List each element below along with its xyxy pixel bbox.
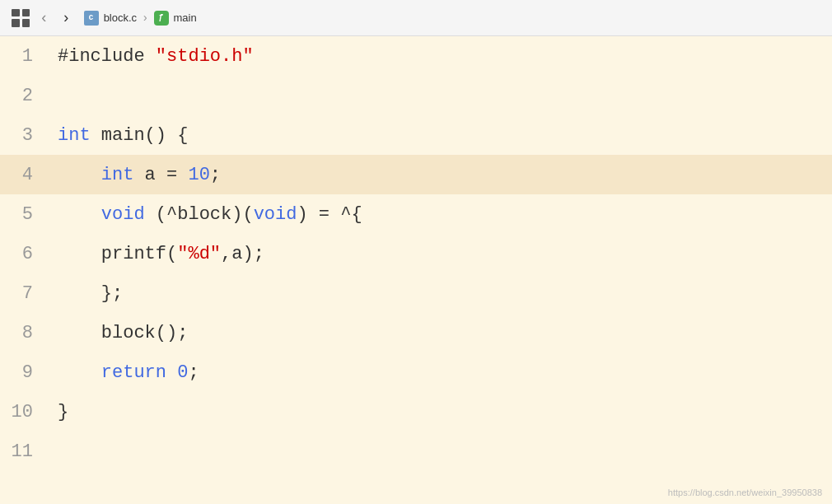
code-line: } [49,392,832,432]
func-icon: ƒ [154,11,169,26]
table-row: 7 }; [0,273,832,313]
line-number: 4 [0,155,49,194]
table-row: 4 int a = 10; [0,155,832,194]
code-line: block(); [49,313,832,352]
code-line: int main() { [49,115,832,155]
line-number: 9 [0,352,49,392]
code-line: int a = 10; [49,155,832,194]
table-row: 8 block(); [0,313,832,352]
table-row: 2 [0,76,832,115]
table-row: 6 printf("%d",a); [0,234,832,273]
breadcrumb-sep: › [142,12,148,25]
grid-icon[interactable] [12,9,30,27]
code-area: 1#include "stdio.h"2 3int main() {4 int … [0,36,832,504]
line-number: 11 [0,432,49,471]
breadcrumb: c block.c › ƒ main [84,11,197,26]
code-line: void (^block)(void) = ^{ [49,194,832,234]
code-table: 1#include "stdio.h"2 3int main() {4 int … [0,36,832,471]
line-number: 8 [0,313,49,352]
code-line: return 0; [49,352,832,392]
table-row: 5 void (^block)(void) = ^{ [0,194,832,234]
watermark: https://blog.csdn.net/weixin_39950838 [668,488,822,497]
code-line [49,76,832,115]
top-bar: ‹ › c block.c › ƒ main [0,0,832,36]
c-file-icon: c [84,11,99,26]
line-number: 5 [0,194,49,234]
forward-arrow[interactable]: › [58,9,74,27]
line-number: 2 [0,76,49,115]
code-line: }; [49,273,832,313]
file-name[interactable]: block.c [104,12,137,24]
code-line: #include "stdio.h" [49,36,832,76]
table-row: 11 [0,432,832,471]
table-row: 3int main() { [0,115,832,155]
line-number: 10 [0,392,49,432]
table-row: 1#include "stdio.h" [0,36,832,76]
code-line: printf("%d",a); [49,234,832,273]
table-row: 10} [0,392,832,432]
back-arrow[interactable]: ‹ [36,9,52,27]
line-number: 3 [0,115,49,155]
func-name[interactable]: main [174,12,197,24]
table-row: 9 return 0; [0,352,832,392]
code-line [49,432,832,471]
line-number: 6 [0,234,49,273]
line-number: 7 [0,273,49,313]
line-number: 1 [0,36,49,76]
